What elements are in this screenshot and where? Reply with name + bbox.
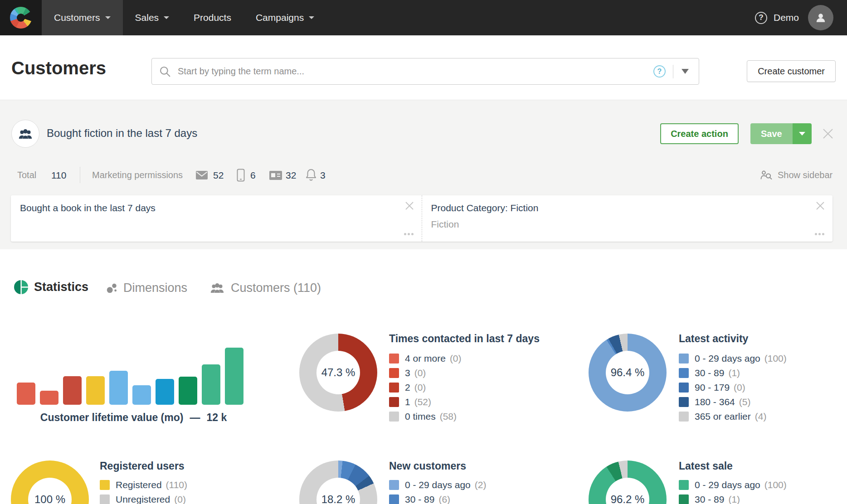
search-icon (159, 66, 171, 78)
legend-row: Unregistered(0) (100, 492, 187, 504)
help-icon[interactable]: ? (755, 12, 767, 24)
chevron-down-icon (164, 16, 169, 19)
show-sidebar-label: Show sidebar (778, 170, 832, 180)
save-button[interactable]: Save (750, 123, 812, 144)
legend-row: 365 or earlier(4) (679, 409, 787, 424)
people-group-icon (18, 128, 33, 140)
more-options-icon[interactable] (815, 233, 824, 235)
legend-count: (0) (414, 368, 426, 378)
person-search-icon (760, 170, 773, 180)
close-segment-icon[interactable] (822, 127, 834, 142)
legend-swatch (100, 494, 110, 504)
legend-row: 4 or more(0) (389, 351, 462, 366)
donut-latest-activity: 96.4 % (589, 334, 667, 412)
legend-label: 30 - 89 (695, 368, 724, 378)
top-nav: Customers Sales Products Campaigns ? Dem… (0, 0, 847, 35)
legend-count: (58) (440, 411, 457, 422)
tab-customers[interactable]: Customers (110) (209, 281, 321, 295)
legend-label: 365 or earlier (695, 411, 751, 422)
people-group-icon (209, 282, 225, 294)
legend-count: (4) (755, 411, 767, 422)
email-count: 52 (213, 170, 224, 181)
bar (17, 383, 35, 405)
legend-row: 180 - 364(5) (679, 395, 787, 409)
divider (673, 65, 673, 78)
legend-row: 2(0) (389, 380, 462, 395)
phone-count: 6 (250, 170, 256, 181)
legend-count: (6) (438, 494, 450, 504)
legend-count: (2) (475, 480, 487, 490)
tab-dimensions[interactable]: Dimensions (106, 281, 187, 295)
show-sidebar-button[interactable]: Show sidebar (760, 170, 832, 180)
remove-filter-icon[interactable] (815, 201, 825, 213)
caption-dash: — (190, 412, 200, 423)
filter-cards: Bought a book in the last 7 days Product… (11, 195, 832, 242)
legend-swatch (679, 397, 689, 407)
create-action-button[interactable]: Create action (660, 123, 739, 144)
legend-row: 3(0) (389, 366, 462, 380)
chart-title: New customers (389, 460, 466, 472)
donut-registered-users: 100 % (11, 460, 89, 504)
push-count: 3 (320, 170, 326, 181)
user-name[interactable]: Demo (774, 12, 799, 23)
person-icon (815, 12, 827, 24)
nav-item-customers[interactable]: Customers (42, 0, 123, 35)
legend-row: 0 - 29 days ago(2) (389, 478, 486, 492)
legend-label: 180 - 364 (695, 397, 735, 407)
donut-center-value: 96.4 % (589, 334, 667, 412)
legend-count: (5) (739, 397, 751, 407)
phone-icon (237, 169, 245, 182)
chevron-down-icon (105, 16, 111, 19)
bubbles-icon (106, 282, 117, 294)
bar (156, 379, 174, 405)
legend-swatch (389, 368, 399, 378)
donut-center-value: 18.2 % (299, 460, 377, 504)
bell-icon (306, 168, 316, 182)
legend-count: (110) (166, 480, 187, 490)
legend-swatch (389, 397, 399, 407)
user-avatar[interactable] (808, 5, 833, 30)
save-dropdown-toggle[interactable] (793, 123, 812, 144)
legend-swatch (679, 412, 689, 422)
legend-label: Registered (116, 480, 162, 490)
legend-count: (1) (728, 494, 740, 504)
legend-label: 3 (405, 368, 410, 378)
nav-item-sales[interactable]: Sales (123, 0, 182, 35)
legend-label: Unregistered (116, 494, 170, 504)
filter-card-product-category[interactable]: Product Category: Fiction Fiction (422, 195, 833, 242)
legend-label: 4 or more (405, 353, 446, 364)
legend-row: 30 - 89(6) (389, 492, 486, 504)
donut-new-customers: 18.2 % (299, 460, 377, 504)
nav-item-label: Products (194, 12, 231, 23)
legend-count: (0) (174, 494, 186, 504)
legend-row: 30 - 89(1) (679, 492, 787, 504)
search-input[interactable] (178, 66, 653, 77)
remove-filter-icon[interactable] (404, 201, 414, 213)
legend-row: 0 times(58) (389, 409, 462, 424)
nav-item-label: Campaigns (256, 12, 304, 23)
bar (202, 364, 220, 405)
search-help-icon[interactable]: ? (653, 65, 666, 78)
legend-count: (52) (414, 397, 431, 407)
filter-dropdown-icon[interactable] (681, 69, 689, 74)
close-icon (822, 127, 834, 140)
filter-card-bought-book[interactable]: Bought a book in the last 7 days (11, 195, 422, 242)
tab-label: Dimensions (123, 281, 187, 295)
tab-statistics[interactable]: Statistics (14, 280, 88, 294)
legend-swatch (679, 383, 689, 393)
nav-item-products[interactable]: Products (181, 0, 243, 35)
legend-count: (100) (764, 353, 787, 364)
legend-row: 30 - 89(1) (679, 366, 787, 380)
save-button-label[interactable]: Save (750, 123, 793, 144)
legend-label: 1 (405, 397, 410, 407)
legend-label: 0 - 29 days ago (405, 480, 471, 490)
nav-item-campaigns[interactable]: Campaigns (243, 0, 326, 35)
legend-swatch (679, 354, 689, 363)
more-options-icon[interactable] (404, 233, 414, 235)
logo-block[interactable] (0, 0, 42, 35)
legend-label: 2 (405, 382, 410, 393)
filter-value: Fiction (431, 219, 459, 230)
legend-row: 1(52) (389, 395, 462, 409)
create-customer-button[interactable]: Create customer (747, 60, 836, 82)
bar (225, 348, 243, 405)
